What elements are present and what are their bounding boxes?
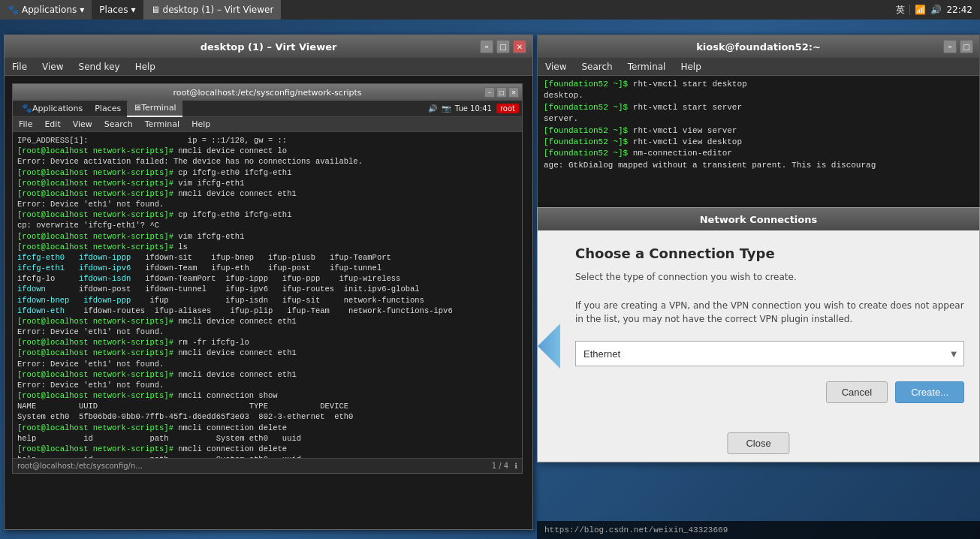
inner-close[interactable]: ✕ xyxy=(508,87,519,98)
vv-menu-sendkey[interactable]: Send key xyxy=(71,58,128,76)
term-line: Error: Device 'eth1' not found. xyxy=(17,199,517,209)
term-line: [root@localhost network-scripts]# cp ifc… xyxy=(17,167,517,178)
inner-terminal-window: root@localhost:/etc/sysconfig/network-sc… xyxy=(12,83,523,474)
taskbar: 🐾 Applications ▾ Places ▾ 🖥 desktop (1) … xyxy=(0,0,980,20)
url-text: https://blog.csdn.net/weixin_43323669 xyxy=(544,525,728,534)
rt-line: [foundation52 ~]$ rht-vmctl start server xyxy=(544,102,973,113)
places-menu[interactable]: Places ▾ xyxy=(92,0,143,20)
vv-menu-help[interactable]: Help xyxy=(128,58,163,76)
network-connections-dialog: Network Connections Choose a Connection … xyxy=(537,207,980,462)
term-line: Error: Device 'eth1' not found. xyxy=(17,359,517,369)
inner-clock: Tue 10:41 xyxy=(455,104,492,113)
nc-description1: Select the type of connection you wish t… xyxy=(575,270,964,284)
right-terminal-menubar: View Search Terminal Help xyxy=(538,58,979,76)
virt-viewer-close[interactable]: ✕ xyxy=(513,40,526,53)
terminal-output: IP6_ADDRESS[1]: ip = ::1/128, gw = :: [r… xyxy=(13,132,522,458)
applications-icon: 🐾 xyxy=(8,5,19,15)
inner-user-badge: root xyxy=(496,104,519,113)
inner-menubar: File Edit View Search Terminal Help xyxy=(13,117,522,132)
inner-terminal-titlebar: root@localhost:/etc/sysconfig/network-sc… xyxy=(13,84,522,101)
right-terminal-titlebar: kiosk@foundation52:~ – □ xyxy=(538,35,979,58)
language-indicator[interactable]: 英 xyxy=(896,4,905,17)
right-menu-terminal[interactable]: Terminal xyxy=(620,58,674,76)
window-icon: 🖥 xyxy=(151,5,160,15)
terminal-statusbar: root@localhost:/etc/sysconfig/n... 1 / 4… xyxy=(13,458,522,473)
term-line: ifdown-bnep ifdown-ppp ifup ifup-isdn if… xyxy=(17,295,517,306)
right-terminal-window: kiosk@foundation52:~ – □ View Search Ter… xyxy=(537,35,980,236)
term-line: cp: overwrite 'ifcfg-eth1'? ^C xyxy=(17,220,517,230)
right-term-minimize[interactable]: – xyxy=(943,40,957,53)
inner-places-label: Places xyxy=(95,104,121,113)
volume-icon: 🔊 xyxy=(930,5,942,15)
inner-apps-icon: 🐾 xyxy=(22,104,32,113)
term-line: [root@localhost network-scripts]# nmcli … xyxy=(17,146,517,156)
right-menu-view[interactable]: View xyxy=(538,58,574,76)
applications-label: Applications xyxy=(22,5,77,15)
inner-screen-icon: 📷 xyxy=(442,104,451,113)
rt-line: [foundation52 ~]$ nm-connection-editor xyxy=(544,148,973,159)
inner-terminal-title: root@localhost:/etc/sysconfig/network-sc… xyxy=(17,88,517,98)
inner-maximize[interactable]: □ xyxy=(496,87,507,98)
virt-viewer-minimize[interactable]: – xyxy=(480,40,493,53)
term-line: [root@localhost network-scripts]# vim if… xyxy=(17,178,517,188)
term-line: [root@localhost network-scripts]# nmcli … xyxy=(17,348,517,358)
nc-title: Network Connections xyxy=(545,214,972,225)
network-icon: 📶 xyxy=(915,5,926,15)
term-line: [root@localhost network-scripts]# rm -fr… xyxy=(17,337,517,348)
rt-line: age: GtkDialog mapped without a transien… xyxy=(544,160,973,171)
virt-viewer-window: desktop (1) – Virt Viewer – □ ✕ File Vie… xyxy=(4,35,533,530)
right-menu-search[interactable]: Search xyxy=(574,58,620,76)
inner-menu-search[interactable]: Search xyxy=(98,117,139,132)
virt-viewer-titlebar: desktop (1) – Virt Viewer – □ ✕ xyxy=(5,35,532,58)
term-status-label: root@localhost:/etc/sysconfig/n... xyxy=(17,462,143,470)
active-window-button[interactable]: 🖥 desktop (1) – Virt Viewer xyxy=(143,0,282,20)
desktop: desktop (1) – Virt Viewer – □ ✕ File Vie… xyxy=(0,20,980,539)
term-line: ifcfg-eth1 ifdown-ipv6 ifdown-Team ifup-… xyxy=(17,263,517,273)
clock: 22:42 xyxy=(946,5,972,15)
rt-line: desktop. xyxy=(544,90,973,101)
right-menu-help[interactable]: Help xyxy=(673,58,708,76)
term-line: [root@localhost network-scripts]# cp ifc… xyxy=(17,209,517,220)
virt-viewer-menubar: File View Send key Help xyxy=(5,58,532,76)
term-line: [root@localhost network-scripts]# nmcli … xyxy=(17,423,517,433)
applications-menu[interactable]: 🐾 Applications ▾ xyxy=(0,0,92,20)
close-button[interactable]: Close xyxy=(727,432,789,454)
rt-line: server. xyxy=(544,113,973,125)
create-button[interactable]: Create... xyxy=(895,381,964,403)
term-page-indicator: 1 / 4 xyxy=(492,462,508,470)
term-line: [root@localhost network-scripts]# ls xyxy=(17,242,517,252)
inner-menu-help[interactable]: Help xyxy=(185,117,216,132)
inner-apps-menu[interactable]: 🐾 Applications xyxy=(16,101,89,117)
connection-type-dropdown[interactable]: Ethernet Wi-Fi VPN Bridge Bond xyxy=(575,341,964,366)
virt-viewer-maximize[interactable]: □ xyxy=(496,40,510,53)
inner-menu-file[interactable]: File xyxy=(13,117,38,132)
nc-titlebar: Network Connections xyxy=(538,208,979,230)
term-line: IP6_ADDRESS[1]: ip = ::1/128, gw = :: xyxy=(17,135,517,146)
cancel-button[interactable]: Cancel xyxy=(826,381,888,403)
inner-minimize[interactable]: – xyxy=(484,87,495,98)
nc-dropdown-wrapper: Ethernet Wi-Fi VPN Bridge Bond ▼ xyxy=(575,341,964,366)
inner-terminal-tab[interactable]: 🖥 Terminal xyxy=(127,101,182,117)
right-terminal-title: kiosk@foundation52:~ xyxy=(545,41,972,53)
term-line: [root@localhost network-scripts]# nmcli … xyxy=(17,390,517,401)
inner-menu-terminal[interactable]: Terminal xyxy=(139,117,186,132)
inner-places-menu[interactable]: Places xyxy=(89,101,127,117)
inner-volume-icon: 🔊 xyxy=(428,104,437,113)
term-line: ifdown-eth ifdown-routes ifup-aliases if… xyxy=(17,306,517,316)
nc-desc2-text: If you are creating a VPN, and the VPN c… xyxy=(575,300,964,324)
inner-menu-edit[interactable]: Edit xyxy=(38,117,66,132)
inner-menu-view[interactable]: View xyxy=(67,117,98,132)
vv-menu-file[interactable]: File xyxy=(5,58,35,76)
right-term-maximize[interactable]: □ xyxy=(960,40,973,53)
rt-line: [foundation52 ~]$ rht-vmctl start deskto… xyxy=(544,79,973,90)
virt-viewer-content: root@localhost:/etc/sysconfig/network-sc… xyxy=(5,76,532,529)
places-label: Places xyxy=(99,5,128,15)
vv-menu-view[interactable]: View xyxy=(35,58,71,76)
term-line: ifdown ifdown-post ifdown-tunnel ifup-ip… xyxy=(17,284,517,294)
term-line: Error: Device 'eth1' not found. xyxy=(17,327,517,337)
term-line: Error: Device 'eth1' not found. xyxy=(17,380,517,390)
term-line: Error: Device activation failed: The dev… xyxy=(17,156,517,167)
url-bar: https://blog.csdn.net/weixin_43323669 xyxy=(537,521,980,539)
nc-choose-title: Choose a Connection Type xyxy=(575,245,964,261)
places-chevron: ▾ xyxy=(131,5,136,15)
